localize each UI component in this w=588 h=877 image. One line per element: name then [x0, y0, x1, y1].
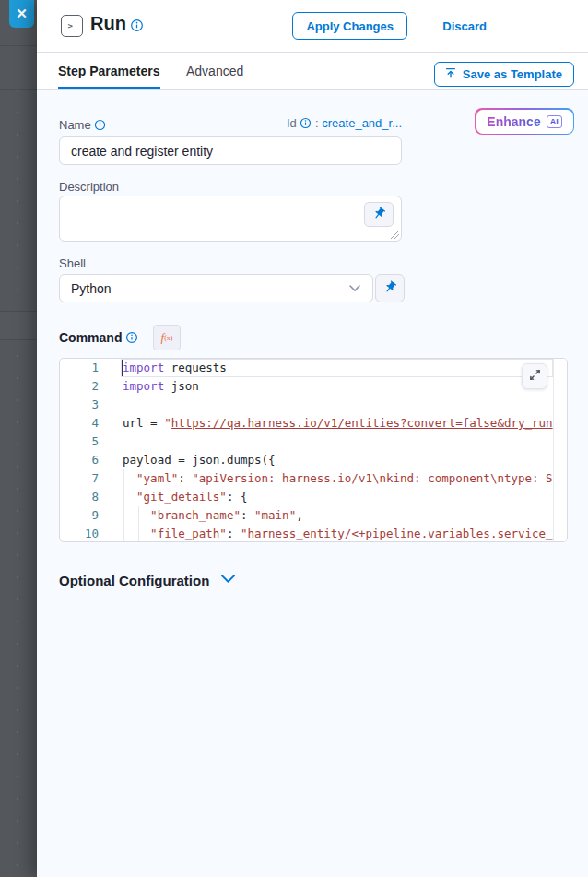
code-line[interactable]: "git_details": { [121, 488, 553, 506]
run-step-terminal-icon: >_ [61, 15, 83, 37]
close-icon: ✕ [16, 6, 28, 22]
editor-gutter: 12345678910 [60, 359, 121, 542]
step-title: Run [90, 13, 126, 34]
description-fixed-value-pin-button[interactable] [364, 202, 394, 227]
name-id-row: Name Id : create_and_r... [59, 116, 402, 133]
text-cursor [122, 360, 123, 376]
code-line[interactable]: import requests [121, 359, 553, 377]
ai-badge: AI [547, 115, 562, 128]
shell-select[interactable]: Python [59, 274, 373, 302]
step-id: Id : create_and_r... [287, 116, 402, 132]
command-code-editor[interactable]: 12345678910 import requestsimport jsonur… [59, 358, 568, 542]
code-line[interactable]: "branch_name": "main", [121, 506, 553, 525]
code-line[interactable]: "yaml": "apiVersion: harness.io/v1\nkind… [121, 469, 553, 488]
save-as-template-icon [444, 66, 457, 82]
shell-selected-value: Python [71, 281, 112, 296]
code-line[interactable]: url = "https://qa.harness.io/v1/entities… [121, 414, 553, 433]
indent-guide [138, 506, 139, 542]
editor-code[interactable]: import requestsimport jsonurl = "https:/… [121, 359, 553, 542]
code-line[interactable] [121, 396, 553, 414]
pushpin-icon [372, 207, 386, 223]
chevron-down-icon [348, 281, 361, 296]
expand-editor-button[interactable] [522, 363, 547, 389]
step-id-value[interactable]: create_and_r... [322, 116, 402, 130]
name-info-icon[interactable] [94, 119, 106, 134]
shell-fixed-value-pin-button[interactable] [375, 274, 405, 302]
apply-changes-button[interactable]: Apply Changes [292, 12, 407, 40]
optional-configuration-toggle[interactable]: Optional Configuration [59, 572, 236, 588]
name-input[interactable] [59, 136, 402, 165]
name-label: Name [59, 118, 106, 132]
enhance-ai-button[interactable]: Enhance AI [475, 108, 574, 135]
command-label: Command [59, 330, 138, 347]
command-info-icon[interactable] [125, 331, 138, 347]
description-label: Description [59, 180, 119, 194]
expression-fx-button[interactable]: f(x) [153, 325, 181, 350]
step-config-drawer: >_ Run Apply Changes Discard Step Parame… [37, 0, 588, 877]
screen: ✕ >_ Run Apply Changes Discard Step Para… [0, 0, 588, 877]
code-line[interactable]: import json [121, 377, 553, 396]
pushpin-icon [383, 280, 397, 297]
editor-scrollbar[interactable] [553, 359, 567, 542]
pipeline-canvas-dot-grid [0, 90, 37, 877]
code-line[interactable] [121, 433, 553, 451]
dimmed-background [0, 0, 37, 877]
shell-label: Shell [59, 256, 86, 270]
textarea-resize-handle[interactable] [391, 231, 399, 239]
description-input[interactable] [59, 196, 402, 242]
discard-button[interactable]: Discard [429, 12, 500, 40]
drawer-header: >_ Run Apply Changes Discard [37, 0, 588, 53]
tab-advanced[interactable]: Advanced [186, 53, 243, 89]
background-toolbar-band [0, 311, 37, 340]
close-drawer-button[interactable]: ✕ [9, 0, 34, 28]
tab-step-parameters[interactable]: Step Parameters [58, 53, 160, 89]
expand-icon [529, 369, 541, 384]
title-info-icon[interactable] [130, 18, 144, 36]
tabs-bar: Step Parameters Advanced Save as Templat… [37, 53, 588, 90]
id-info-icon[interactable] [300, 117, 312, 132]
chevron-down-icon [220, 572, 236, 588]
indent-guide [123, 469, 124, 542]
save-as-template-button[interactable]: Save as Template [434, 62, 574, 87]
code-line[interactable]: "file_path": "harness_entity/<+pipeline.… [121, 525, 553, 542]
code-line[interactable]: payload = json.dumps({ [121, 451, 553, 469]
